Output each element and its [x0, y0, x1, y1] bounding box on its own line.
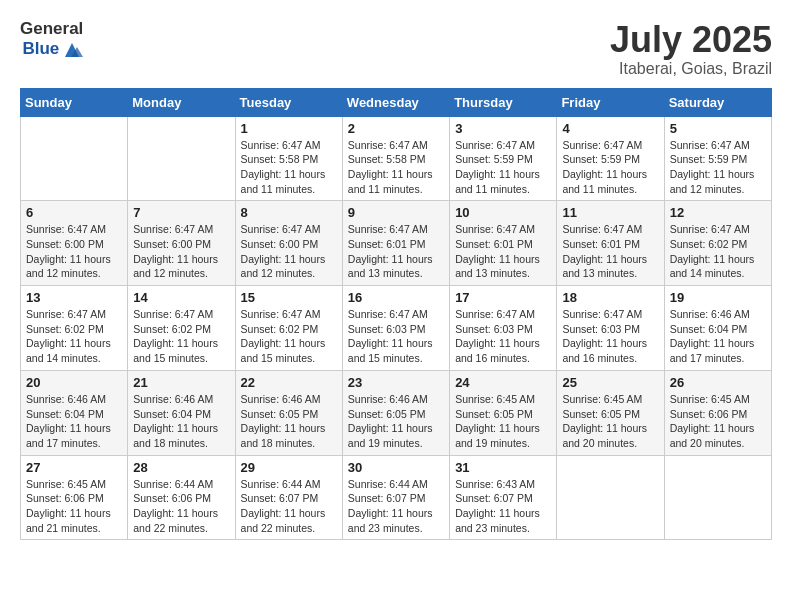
weekday-header: Friday — [557, 88, 664, 116]
day-number: 28 — [133, 460, 229, 475]
calendar-cell: 9Sunrise: 6:47 AMSunset: 6:01 PMDaylight… — [342, 201, 449, 286]
calendar-cell: 2Sunrise: 6:47 AMSunset: 5:58 PMDaylight… — [342, 116, 449, 201]
day-info: Sunrise: 6:47 AMSunset: 6:00 PMDaylight:… — [133, 222, 229, 281]
day-number: 4 — [562, 121, 658, 136]
day-info: Sunrise: 6:45 AMSunset: 6:05 PMDaylight:… — [455, 392, 551, 451]
day-info: Sunrise: 6:47 AMSunset: 6:03 PMDaylight:… — [348, 307, 444, 366]
calendar-cell: 1Sunrise: 6:47 AMSunset: 5:58 PMDaylight… — [235, 116, 342, 201]
calendar-cell: 29Sunrise: 6:44 AMSunset: 6:07 PMDayligh… — [235, 455, 342, 540]
day-info: Sunrise: 6:47 AMSunset: 6:03 PMDaylight:… — [455, 307, 551, 366]
day-number: 12 — [670, 205, 766, 220]
day-info: Sunrise: 6:47 AMSunset: 5:59 PMDaylight:… — [670, 138, 766, 197]
day-number: 10 — [455, 205, 551, 220]
day-info: Sunrise: 6:45 AMSunset: 6:06 PMDaylight:… — [670, 392, 766, 451]
day-info: Sunrise: 6:46 AMSunset: 6:05 PMDaylight:… — [241, 392, 337, 451]
calendar-cell: 20Sunrise: 6:46 AMSunset: 6:04 PMDayligh… — [21, 370, 128, 455]
weekday-header: Sunday — [21, 88, 128, 116]
calendar-week-row: 13Sunrise: 6:47 AMSunset: 6:02 PMDayligh… — [21, 286, 772, 371]
title-section: July 2025 Itaberai, Goias, Brazil — [610, 20, 772, 78]
day-info: Sunrise: 6:47 AMSunset: 6:02 PMDaylight:… — [26, 307, 122, 366]
day-number: 8 — [241, 205, 337, 220]
day-info: Sunrise: 6:45 AMSunset: 6:05 PMDaylight:… — [562, 392, 658, 451]
day-number: 29 — [241, 460, 337, 475]
calendar: SundayMondayTuesdayWednesdayThursdayFrid… — [20, 88, 772, 541]
logo: General Blue — [20, 20, 83, 61]
calendar-cell: 12Sunrise: 6:47 AMSunset: 6:02 PMDayligh… — [664, 201, 771, 286]
day-number: 13 — [26, 290, 122, 305]
day-info: Sunrise: 6:47 AMSunset: 6:02 PMDaylight:… — [241, 307, 337, 366]
day-number: 27 — [26, 460, 122, 475]
day-number: 30 — [348, 460, 444, 475]
calendar-week-row: 6Sunrise: 6:47 AMSunset: 6:00 PMDaylight… — [21, 201, 772, 286]
logo-general: General — [20, 20, 83, 39]
calendar-cell: 23Sunrise: 6:46 AMSunset: 6:05 PMDayligh… — [342, 370, 449, 455]
calendar-cell: 16Sunrise: 6:47 AMSunset: 6:03 PMDayligh… — [342, 286, 449, 371]
day-info: Sunrise: 6:44 AMSunset: 6:07 PMDaylight:… — [348, 477, 444, 536]
calendar-cell: 10Sunrise: 6:47 AMSunset: 6:01 PMDayligh… — [450, 201, 557, 286]
day-number: 25 — [562, 375, 658, 390]
day-number: 24 — [455, 375, 551, 390]
day-info: Sunrise: 6:47 AMSunset: 5:58 PMDaylight:… — [241, 138, 337, 197]
day-info: Sunrise: 6:47 AMSunset: 6:01 PMDaylight:… — [562, 222, 658, 281]
day-info: Sunrise: 6:47 AMSunset: 5:58 PMDaylight:… — [348, 138, 444, 197]
calendar-cell: 21Sunrise: 6:46 AMSunset: 6:04 PMDayligh… — [128, 370, 235, 455]
day-number: 5 — [670, 121, 766, 136]
calendar-cell: 15Sunrise: 6:47 AMSunset: 6:02 PMDayligh… — [235, 286, 342, 371]
day-info: Sunrise: 6:44 AMSunset: 6:07 PMDaylight:… — [241, 477, 337, 536]
calendar-cell: 3Sunrise: 6:47 AMSunset: 5:59 PMDaylight… — [450, 116, 557, 201]
day-info: Sunrise: 6:47 AMSunset: 6:01 PMDaylight:… — [455, 222, 551, 281]
calendar-cell: 7Sunrise: 6:47 AMSunset: 6:00 PMDaylight… — [128, 201, 235, 286]
weekday-header: Monday — [128, 88, 235, 116]
day-number: 21 — [133, 375, 229, 390]
day-info: Sunrise: 6:47 AMSunset: 6:00 PMDaylight:… — [241, 222, 337, 281]
calendar-cell: 17Sunrise: 6:47 AMSunset: 6:03 PMDayligh… — [450, 286, 557, 371]
calendar-header-row: SundayMondayTuesdayWednesdayThursdayFrid… — [21, 88, 772, 116]
header: General Blue July 2025 Itaberai, Goias, … — [20, 20, 772, 78]
day-number: 2 — [348, 121, 444, 136]
day-number: 15 — [241, 290, 337, 305]
calendar-cell: 28Sunrise: 6:44 AMSunset: 6:06 PMDayligh… — [128, 455, 235, 540]
day-number: 1 — [241, 121, 337, 136]
weekday-header: Saturday — [664, 88, 771, 116]
calendar-cell: 4Sunrise: 6:47 AMSunset: 5:59 PMDaylight… — [557, 116, 664, 201]
day-number: 6 — [26, 205, 122, 220]
day-number: 16 — [348, 290, 444, 305]
calendar-cell: 22Sunrise: 6:46 AMSunset: 6:05 PMDayligh… — [235, 370, 342, 455]
weekday-header: Thursday — [450, 88, 557, 116]
day-info: Sunrise: 6:46 AMSunset: 6:04 PMDaylight:… — [26, 392, 122, 451]
page-title: July 2025 — [610, 20, 772, 60]
calendar-cell: 30Sunrise: 6:44 AMSunset: 6:07 PMDayligh… — [342, 455, 449, 540]
calendar-cell: 14Sunrise: 6:47 AMSunset: 6:02 PMDayligh… — [128, 286, 235, 371]
day-info: Sunrise: 6:47 AMSunset: 5:59 PMDaylight:… — [562, 138, 658, 197]
calendar-cell: 25Sunrise: 6:45 AMSunset: 6:05 PMDayligh… — [557, 370, 664, 455]
calendar-cell: 5Sunrise: 6:47 AMSunset: 5:59 PMDaylight… — [664, 116, 771, 201]
day-info: Sunrise: 6:47 AMSunset: 6:00 PMDaylight:… — [26, 222, 122, 281]
calendar-cell: 24Sunrise: 6:45 AMSunset: 6:05 PMDayligh… — [450, 370, 557, 455]
day-info: Sunrise: 6:47 AMSunset: 6:03 PMDaylight:… — [562, 307, 658, 366]
calendar-cell: 31Sunrise: 6:43 AMSunset: 6:07 PMDayligh… — [450, 455, 557, 540]
day-number: 20 — [26, 375, 122, 390]
calendar-cell: 8Sunrise: 6:47 AMSunset: 6:00 PMDaylight… — [235, 201, 342, 286]
weekday-header: Tuesday — [235, 88, 342, 116]
day-number: 17 — [455, 290, 551, 305]
day-number: 23 — [348, 375, 444, 390]
day-info: Sunrise: 6:46 AMSunset: 6:05 PMDaylight:… — [348, 392, 444, 451]
day-info: Sunrise: 6:44 AMSunset: 6:06 PMDaylight:… — [133, 477, 229, 536]
day-info: Sunrise: 6:46 AMSunset: 6:04 PMDaylight:… — [670, 307, 766, 366]
calendar-cell: 19Sunrise: 6:46 AMSunset: 6:04 PMDayligh… — [664, 286, 771, 371]
calendar-cell: 27Sunrise: 6:45 AMSunset: 6:06 PMDayligh… — [21, 455, 128, 540]
day-number: 22 — [241, 375, 337, 390]
day-info: Sunrise: 6:47 AMSunset: 6:02 PMDaylight:… — [670, 222, 766, 281]
day-info: Sunrise: 6:47 AMSunset: 6:01 PMDaylight:… — [348, 222, 444, 281]
calendar-cell: 26Sunrise: 6:45 AMSunset: 6:06 PMDayligh… — [664, 370, 771, 455]
day-info: Sunrise: 6:46 AMSunset: 6:04 PMDaylight:… — [133, 392, 229, 451]
day-number: 3 — [455, 121, 551, 136]
day-info: Sunrise: 6:47 AMSunset: 6:02 PMDaylight:… — [133, 307, 229, 366]
calendar-week-row: 27Sunrise: 6:45 AMSunset: 6:06 PMDayligh… — [21, 455, 772, 540]
day-info: Sunrise: 6:43 AMSunset: 6:07 PMDaylight:… — [455, 477, 551, 536]
calendar-cell: 13Sunrise: 6:47 AMSunset: 6:02 PMDayligh… — [21, 286, 128, 371]
day-number: 26 — [670, 375, 766, 390]
day-number: 14 — [133, 290, 229, 305]
day-number: 11 — [562, 205, 658, 220]
day-number: 18 — [562, 290, 658, 305]
